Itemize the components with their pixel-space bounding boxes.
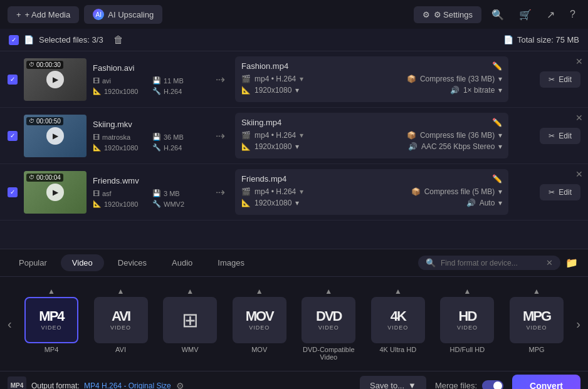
media-checkbox-friends[interactable]: ✓ bbox=[8, 187, 18, 197]
output-res-btn-skiing[interactable]: 📐 1920x1080 ▾ bbox=[241, 142, 299, 151]
size-icon: 💾 bbox=[152, 76, 161, 85]
format-item-avi[interactable]: ▲ AVI VIDEO AVI bbox=[90, 283, 152, 365]
output-settings-button[interactable]: ⚙ bbox=[176, 381, 184, 390]
remove-item-fashion[interactable]: ✕ bbox=[575, 56, 583, 66]
format-icon-box-mp4: MP4 VIDEO bbox=[24, 297, 78, 343]
media-thumb-fashion: ⏱ 00:00:30 ▶ bbox=[24, 58, 87, 101]
format-next-button[interactable]: › bbox=[571, 317, 585, 331]
res-icon-out: 📐 bbox=[241, 86, 251, 95]
output-edit-icon-skiing[interactable]: ✏️ bbox=[492, 118, 502, 127]
meta-resolution: 📐 1920x1080 bbox=[93, 200, 146, 208]
select-all-checkbox[interactable]: ✓ bbox=[9, 35, 19, 45]
media-checkbox-skiing[interactable]: ✓ bbox=[8, 131, 18, 141]
output-audio-btn-fashion[interactable]: 🔊 1× bitrate ▾ bbox=[450, 86, 502, 95]
media-play-friends[interactable]: ▶ bbox=[46, 184, 64, 201]
file-bar-left: ✓ 📄 Selected files: 3/3 🗑 bbox=[9, 32, 129, 48]
format-tab-audio[interactable]: Audio bbox=[160, 254, 204, 271]
audio-dropdown-arrow: ▾ bbox=[498, 142, 502, 151]
output-audio-btn-skiing[interactable]: 🔊 AAC 256 Kbps Stereo ▾ bbox=[408, 142, 502, 151]
output-format-icon: 🎬 bbox=[241, 131, 251, 140]
format-label-mp4: MP4 bbox=[45, 346, 59, 353]
audio-icon: 🔊 bbox=[408, 142, 417, 151]
output-res-btn-friends[interactable]: 📐 1920x1080 ▾ bbox=[241, 199, 299, 207]
format-icon-sub-avi: VIDEO bbox=[110, 324, 131, 331]
res-dropdown-arrow: ▾ bbox=[295, 86, 299, 95]
output-res-row-skiing: 📐 1920x1080 ▾ 🔊 AAC 256 Kbps Stereo ▾ bbox=[241, 142, 502, 151]
format-icon-box-avi: AVI VIDEO bbox=[94, 297, 148, 343]
convert-button[interactable]: Convert bbox=[512, 375, 580, 390]
ai-badge-icon: AI bbox=[93, 9, 104, 20]
output-format-text: Output format: MP4 H.264 - Original Size bbox=[31, 381, 171, 390]
output-res-row-friends: 📐 1920x1080 ▾ 🔊 Auto ▾ bbox=[241, 199, 502, 207]
format-item-wmv[interactable]: ▲ ⊞ WMV bbox=[159, 283, 221, 365]
format-item-mp4[interactable]: ▲ MP4 VIDEO MP4 bbox=[20, 283, 83, 365]
output-edit-icon-friends[interactable]: ✏️ bbox=[492, 174, 502, 184]
remove-item-friends[interactable]: ✕ bbox=[575, 169, 583, 179]
size-icon: 💾 bbox=[152, 133, 161, 141]
format-tabs: PopularVideoDevicesAudioImages 🔍 ✕ 📁 bbox=[0, 249, 588, 277]
edit-button-friends[interactable]: ✂ Edit bbox=[540, 184, 580, 200]
format-search-input[interactable] bbox=[441, 259, 541, 267]
output-compress-btn-skiing[interactable]: 📦 Compress file (36 MB) ▾ bbox=[407, 131, 502, 140]
compress-icon: 📦 bbox=[411, 187, 421, 196]
output-res-btn-fashion[interactable]: 📐 1920x1080 ▾ bbox=[241, 86, 299, 95]
ai-upscaling-button[interactable]: AI AI Upscaling bbox=[84, 5, 162, 24]
help-button[interactable]: ? bbox=[565, 6, 580, 23]
format-item-mov[interactable]: ▲ MOV VIDEO MOV bbox=[228, 283, 291, 365]
output-format-row-skiing: 🎬 mp4 • H.264 ▾ 📦 Compress file (36 MB) … bbox=[241, 131, 502, 140]
output-panel-friends: Friends.mp4 ✏️ 🎬 mp4 • H.264 ▾ 📦 Compres… bbox=[235, 169, 508, 215]
meta-resolution: 📐 1920x1080 bbox=[93, 143, 146, 152]
media-item-skiing: ✓ ⏱ 00:00:50 ▶ Skiing.mkv 🎞 matroska 💾 3… bbox=[0, 108, 588, 164]
format-item-4k[interactable]: ▲ 4K VIDEO 4K Ultra HD bbox=[367, 283, 429, 365]
format-icon-main-dvd: DVD bbox=[316, 309, 341, 323]
audio-dropdown-arrow: ▾ bbox=[498, 86, 502, 95]
output-format-btn-friends[interactable]: 🎬 mp4 • H.264 ▾ bbox=[241, 187, 303, 196]
output-format-btn-fashion[interactable]: 🎬 mp4 • H.264 ▾ bbox=[241, 75, 303, 83]
format-chevron-hd: ▲ bbox=[463, 287, 471, 296]
edit-button-fashion[interactable]: ✂ Edit bbox=[540, 71, 580, 88]
format-tab-video[interactable]: Video bbox=[61, 254, 104, 271]
edit-button-skiing[interactable]: ✂ Edit bbox=[540, 128, 580, 144]
format-tab-popular[interactable]: Popular bbox=[8, 254, 58, 271]
media-checkbox-fashion[interactable]: ✓ bbox=[8, 75, 18, 85]
search-icon: 🔍 bbox=[426, 258, 436, 267]
format-folder-button[interactable]: 📁 bbox=[563, 254, 580, 271]
format-search-clear-button[interactable]: ✕ bbox=[546, 258, 553, 267]
format-chevron-mpg: ▲ bbox=[533, 287, 540, 296]
media-info-friends: Friends.wmv 🎞 asf 💾 3 MB 📐 1920x1080 🔧 W… bbox=[93, 176, 206, 208]
format-item-hd[interactable]: ▲ HD VIDEO HD/Full HD bbox=[436, 283, 498, 365]
media-duration-friends: ⏱ 00:00:04 bbox=[26, 174, 63, 182]
format-icon-sub-4k: VIDEO bbox=[387, 324, 408, 331]
format-item-mpg[interactable]: ▲ MPG VIDEO MPG bbox=[505, 283, 568, 365]
search-button[interactable]: 🔍 bbox=[486, 6, 509, 23]
media-play-fashion[interactable]: ▶ bbox=[46, 71, 64, 88]
format-tab-images[interactable]: Images bbox=[206, 254, 256, 271]
delete-files-button[interactable]: 🗑 bbox=[108, 32, 129, 48]
format-prev-button[interactable]: ‹ bbox=[3, 317, 17, 331]
settings-button[interactable]: ⚙ ⚙ Settings bbox=[414, 6, 482, 23]
output-format-btn-skiing[interactable]: 🎬 mp4 • H.264 ▾ bbox=[241, 131, 303, 140]
save-to-button[interactable]: Save to... ▼ bbox=[360, 376, 426, 389]
add-media-button[interactable]: + + Add Media bbox=[8, 6, 79, 23]
media-thumb-skiing: ⏱ 00:00:50 ▶ bbox=[24, 115, 87, 157]
output-format-row-friends: 🎬 mp4 • H.264 ▾ 📦 Compress file (5 MB) ▾ bbox=[241, 187, 502, 196]
output-compress-btn-friends[interactable]: 📦 Compress file (5 MB) ▾ bbox=[411, 187, 503, 196]
format-tab-devices[interactable]: Devices bbox=[107, 254, 158, 271]
media-play-skiing[interactable]: ▶ bbox=[46, 127, 64, 145]
codec-icon: 🔧 bbox=[152, 200, 161, 208]
merge-toggle-switch[interactable] bbox=[482, 380, 503, 390]
media-duration-fashion: ⏱ 00:00:30 bbox=[26, 61, 63, 69]
share-button[interactable]: ↗ bbox=[542, 6, 560, 23]
format-item-dvd[interactable]: ▲ DVD VIDEO DVD-Compatible Video bbox=[297, 283, 360, 365]
format-chevron-4k: ▲ bbox=[394, 287, 402, 296]
output-edit-icon-fashion[interactable]: ✏️ bbox=[492, 61, 502, 71]
remove-item-skiing[interactable]: ✕ bbox=[575, 113, 583, 123]
output-panel-skiing: Skiing.mp4 ✏️ 🎬 mp4 • H.264 ▾ 📦 Compress… bbox=[235, 113, 508, 158]
media-info-skiing: Skiing.mkv 🎞 matroska 💾 36 MB 📐 1920x108… bbox=[93, 120, 206, 152]
meta-codec: 🔧 WMV2 bbox=[152, 200, 206, 208]
output-audio-btn-friends[interactable]: 🔊 Auto ▾ bbox=[466, 199, 503, 207]
format-chevron-wmv: ▲ bbox=[186, 287, 194, 296]
cart-button[interactable]: 🛒 bbox=[514, 6, 537, 23]
output-compress-btn-fashion[interactable]: 📦 Compress file (33 MB) ▾ bbox=[407, 75, 502, 83]
convert-arrow-icon: ⇢ bbox=[212, 73, 229, 86]
